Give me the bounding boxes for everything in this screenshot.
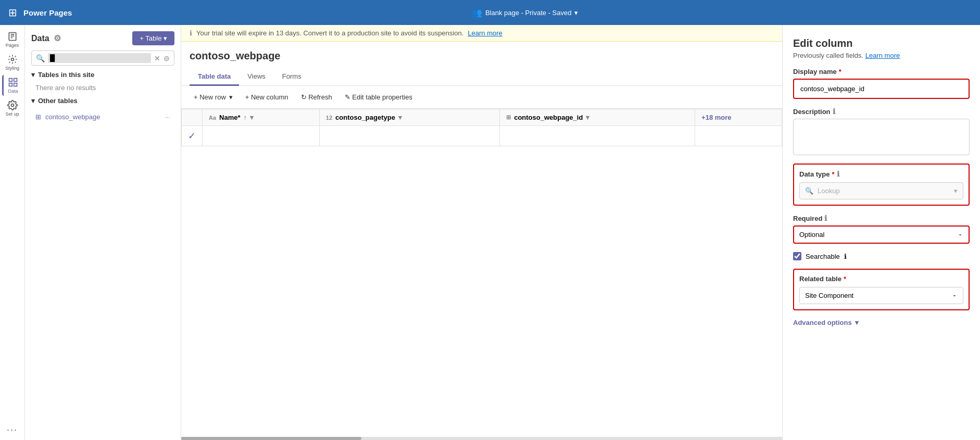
row-pagetype-cell[interactable] (319, 126, 499, 146)
advanced-options-label: Advanced options (793, 319, 852, 326)
warning-learn-more-link[interactable]: Learn more (468, 29, 502, 37)
tab-table-data[interactable]: Table data (190, 68, 239, 86)
row-checkbox-cell[interactable]: ✓ (182, 126, 203, 146)
new-column-label: + New column (245, 93, 288, 101)
more-options-button[interactable]: ··· (2, 419, 23, 440)
icon-sidebar: Pages Styling Data Set up ··· (0, 25, 25, 440)
col-pagetype-label: contoso_pagetype (335, 114, 395, 121)
new-column-button[interactable]: + New column (241, 91, 293, 103)
other-tables-label: Other tables (38, 97, 78, 105)
col-header-pagetype[interactable]: 12 contoso_pagetype ▾ (319, 109, 499, 126)
required-info-icon[interactable]: ℹ (824, 214, 827, 222)
svg-rect-8 (14, 83, 17, 86)
table-title: contoso_webpage (190, 50, 774, 62)
clear-search-icon[interactable]: ✕ (154, 54, 160, 62)
collapse-other-icon: ▾ (31, 97, 35, 105)
description-input[interactable] (793, 119, 970, 155)
pages-label: Pages (6, 43, 19, 48)
lookup-dropdown-icon[interactable]: ▾ (954, 187, 958, 195)
edit-panel-title: Edit column (793, 37, 970, 49)
sidebar-item-styling[interactable]: Styling (2, 52, 23, 73)
filter-icon[interactable]: ⊜ (164, 54, 170, 62)
data-panel-header: Data ⚙ + Table ▾ (31, 31, 174, 45)
warning-banner: ℹ Your trial site will expire in 13 days… (181, 25, 782, 42)
edit-panel-header: Edit column Previously called fields. Le… (793, 37, 970, 59)
col-header-webpage-id[interactable]: ⊞ contoso_webpage_id ▾ (500, 109, 695, 126)
other-tables-header[interactable]: ▾ Other tables (31, 97, 174, 105)
svg-point-4 (11, 58, 14, 61)
description-group: Description ℹ (793, 107, 970, 155)
svg-rect-7 (9, 83, 12, 86)
warning-info-icon: ℹ (190, 29, 192, 37)
grid-icon[interactable]: ⊞ (8, 6, 17, 19)
content-header: contoso_webpage Table data Views Forms (181, 42, 782, 86)
tables-in-site-header[interactable]: ▾ Tables in this site (31, 71, 174, 79)
refresh-label: ↻ Refresh (301, 93, 332, 101)
new-row-button[interactable]: + New row ▾ (190, 91, 237, 103)
advanced-options-chevron: ▾ (855, 319, 859, 326)
collapse-icon: ▾ (31, 71, 35, 79)
row-more-cell[interactable] (695, 126, 782, 146)
related-table-select[interactable]: Site Component (799, 287, 963, 304)
col-name-sort-icon[interactable]: ↑ (244, 114, 247, 121)
col-webpage-id-dropdown-icon[interactable]: ▾ (586, 114, 589, 121)
horizontal-scrollbar[interactable] (181, 437, 782, 440)
center-area: 👥 Blank page - Private - Saved ▾ (78, 8, 972, 18)
data-type-info-icon[interactable]: ℹ (837, 170, 839, 178)
description-info-icon[interactable]: ℹ (833, 107, 835, 116)
page-info-chevron[interactable]: ▾ (574, 9, 578, 17)
display-name-input[interactable] (795, 81, 968, 97)
data-type-required: * (832, 170, 835, 178)
col-header-checkbox[interactable] (182, 109, 203, 126)
searchable-info-icon[interactable]: ℹ (844, 253, 847, 260)
advanced-options-button[interactable]: Advanced options ▾ (793, 319, 970, 326)
svg-rect-6 (14, 79, 17, 82)
top-nav: ⊞ Power Pages 👥 Blank page - Private - S… (0, 0, 980, 25)
data-type-lookup[interactable]: 🔍 Lookup ▾ (799, 182, 963, 199)
sidebar-item-pages[interactable]: Pages (2, 29, 23, 50)
related-table-group: Related table * Site Component (793, 269, 970, 310)
required-select[interactable]: Optional Business Required System Requir… (794, 227, 969, 243)
required-field-label: Required ℹ (793, 214, 970, 222)
tab-views[interactable]: Views (239, 68, 273, 86)
required-group: Required ℹ Optional Business Required Sy… (793, 214, 970, 244)
edit-panel-subtitle: Previously called fields. Learn more (793, 52, 970, 59)
refresh-button[interactable]: ↻ Refresh (297, 91, 336, 103)
row-checkmark: ✓ (188, 131, 196, 141)
new-row-dropdown-icon[interactable]: ▾ (229, 93, 233, 101)
sidebar-item-setup[interactable]: Set up (2, 98, 23, 119)
table-item-contoso[interactable]: ⊞ contoso_webpage ··· (31, 110, 174, 124)
display-name-required: * (839, 68, 841, 76)
description-label: Description ℹ (793, 107, 970, 116)
app-title: Power Pages (23, 8, 72, 17)
warning-text: Your trial site will expire in 13 days. … (196, 29, 463, 37)
subtitle-text: Previously called fields. (793, 52, 863, 59)
tab-forms[interactable]: Forms (274, 68, 310, 86)
search-input[interactable] (48, 53, 151, 63)
searchable-checkbox[interactable] (793, 252, 801, 260)
sidebar-item-data[interactable]: Data (2, 75, 23, 96)
add-table-button[interactable]: + Table ▾ (132, 31, 174, 45)
scrollbar-thumb[interactable] (181, 437, 361, 440)
main-layout: Pages Styling Data Set up ··· Data ⚙ + T… (0, 25, 980, 440)
col-name-dropdown-icon[interactable]: ▾ (250, 114, 254, 121)
learn-more-link[interactable]: Learn more (865, 52, 900, 59)
row-name-cell[interactable] (203, 126, 320, 146)
data-type-label: Data type * ℹ (799, 170, 963, 178)
col-pagetype-dropdown-icon[interactable]: ▾ (398, 114, 402, 121)
data-settings-icon[interactable]: ⚙ (54, 33, 61, 43)
edit-table-label: ✎ Edit table properties (345, 93, 412, 101)
col-header-more[interactable]: +18 more (695, 109, 782, 126)
search-row: 🔍 ✕ ⊜ (31, 51, 174, 66)
edit-table-button[interactable]: ✎ Edit table properties (341, 91, 417, 103)
col-header-name[interactable]: Aa Name* ↑ ▾ (203, 109, 320, 126)
row-webpage-id-cell[interactable] (500, 126, 695, 146)
toolbar: + New row ▾ + New column ↻ Refresh ✎ Edi… (181, 86, 782, 109)
related-table-required: * (844, 275, 846, 283)
data-panel-title: Data ⚙ (31, 33, 61, 43)
related-table-label: Related table * (799, 275, 963, 283)
table-item-more-icon[interactable]: ··· (165, 113, 170, 121)
lookup-placeholder: Lookup (818, 187, 840, 195)
page-info-bar: 👥 Blank page - Private - Saved ▾ (472, 8, 578, 18)
display-name-group: Display name * (793, 68, 970, 99)
